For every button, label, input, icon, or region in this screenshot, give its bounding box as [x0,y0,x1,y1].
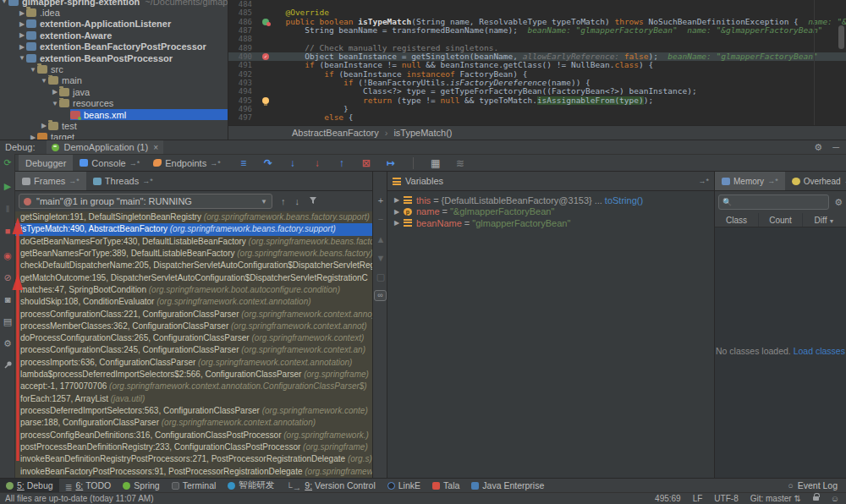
tab-frames[interactable]: Frames→* [15,172,86,190]
tree-item-resources[interactable]: ▼resources [0,98,228,109]
ide-status-face-icon[interactable]: ☺ [831,494,839,503]
close-icon[interactable]: × [153,143,158,152]
event-log-button[interactable]: ○ Event Log [788,480,846,490]
code-editor[interactable]: 484485 @Override486 public boolean isTyp… [228,0,846,125]
stack-frame[interactable]: processMemberClasses:362, ConfigurationC… [15,320,372,332]
chevron-down-icon[interactable]: ▼ [51,100,59,107]
show-execution-point-icon[interactable]: ≡ [238,157,250,169]
bulb-icon[interactable] [262,97,269,104]
tree-item-main[interactable]: ▼main [0,75,228,86]
chevron-right-icon[interactable]: ▶ [394,208,404,216]
line-number[interactable]: 487 [228,26,257,35]
view-breakpoints-icon[interactable]: ◉ [0,250,15,261]
chevron-down-icon[interactable]: ▼ [29,66,37,74]
pin-icon[interactable] [0,360,15,371]
editor-gutter[interactable] [257,96,276,105]
line-number[interactable]: 497 [228,113,257,122]
toolwindow-version-control[interactable]: └→9: Version Control [280,479,381,492]
variable-row-name[interactable]: ▶pname="&glmapperFactoryBean" [387,206,714,218]
move-up-icon[interactable]: ▲ [373,234,388,244]
line-number[interactable]: 493 [228,79,257,87]
editor-gutter[interactable] [257,8,276,17]
resume-icon[interactable]: ▶ [0,181,15,192]
editor-gutter[interactable] [257,70,276,79]
toolwindow-spring[interactable]: Spring [117,479,165,492]
editor-scrollbar[interactable] [838,25,844,49]
stack-frames-list[interactable]: getSingleton:191, DefaultSingletonBeanRe… [15,211,372,478]
chevron-down-icon[interactable]: ▼ [40,77,48,85]
tree-item-test[interactable]: ▶test [0,120,228,131]
tab-memory[interactable]: Memory→* [715,172,785,190]
stack-frame[interactable]: postProcessBeanDefinitionRegistry:233, C… [15,441,372,453]
filter-funnel-icon[interactable] [309,196,317,206]
file-encoding[interactable]: UTF-8 [714,494,738,503]
editor-gutter[interactable] [257,61,276,69]
column-header-diff[interactable]: Diff▼ [803,213,846,227]
bp-check-icon[interactable]: ✓ [262,53,269,60]
toolwindow-java-enterprise[interactable]: Java Enterprise [465,479,550,492]
tree-item--idea[interactable]: ▶.idea [0,7,228,18]
step-into-icon[interactable]: ↓ [287,157,299,169]
stack-frame[interactable]: forEach:1257, ArrayList (java.util) [15,393,372,405]
editor-gutter[interactable] [257,0,276,8]
stack-frame[interactable]: processImports:636, ConfigurationClassPa… [15,357,372,369]
stack-frame[interactable]: getBeanNamesForType:389, DefaultListable… [15,248,372,260]
tree-item-extention-aware[interactable]: ▶extention-Aware [0,30,228,41]
toolwindow-智能研发[interactable]: 智能研发 [222,479,280,492]
tree-item-extention-beanpostprocessor[interactable]: ▼extention-BeanPostProcessor [0,52,228,63]
run-config-tab[interactable]: DemoApplication (1) × [47,140,163,154]
chevron-right-icon[interactable]: ▶ [51,88,59,96]
method-bp-icon[interactable] [262,19,269,25]
hide-toolwindow-icon[interactable]: ─ [832,142,839,153]
tree-item-extention-applicationlistener[interactable]: ▶extention-ApplicationListener [0,19,228,30]
stack-frame[interactable]: accept:-1, 1770070706 (org.springframewo… [15,381,372,392]
column-header-count[interactable]: Count [759,213,803,227]
line-number[interactable]: 485 [228,8,257,17]
pause-icon[interactable]: ‖ [0,204,15,214]
force-step-into-icon[interactable]: ↓ [311,157,323,169]
line-number[interactable]: 496 [228,105,257,113]
column-header-class[interactable]: Class [715,213,759,227]
stack-frame[interactable]: checkDefaultDispatcherName:205, Dispatch… [15,260,372,271]
stack-frame[interactable]: processConfigBeanDefinitions:316, Config… [15,430,372,441]
stack-frame[interactable]: matches:47, SpringBootCondition (org.spr… [15,284,372,296]
git-branch[interactable]: Git: master ⇅ [750,494,801,503]
chevron-right-icon[interactable]: ▶ [18,31,26,39]
run-to-cursor-icon[interactable]: ↦ [385,157,397,169]
tostring-link[interactable]: toString() [605,195,643,205]
tree-item-java[interactable]: ▶java [0,86,228,97]
line-number[interactable]: 488 [228,35,257,43]
line-number[interactable]: 492 [228,70,257,79]
tab-console[interactable]: Console→* [73,155,146,171]
step-over-icon[interactable]: ↷ [262,157,274,169]
editor-gutter[interactable] [257,35,276,43]
chevron-down-icon[interactable]: ▼ [0,0,8,5]
stack-frame[interactable]: invokeBeanDefinitionRegistryPostProcesso… [15,453,372,465]
chevron-down-icon[interactable]: ▼ [18,54,26,62]
editor-gutter[interactable] [257,105,276,113]
line-number[interactable]: 486 [228,18,257,26]
variables-list[interactable]: ▶this={DefaultListableBeanFactory@3153}.… [387,191,714,478]
threads-view-icon[interactable]: ▤ [0,316,15,327]
thread-dropdown[interactable]: "main"@1 in group "main": RUNNING ▼ [19,194,272,209]
tree-item-beans-xml[interactable]: beans.xml [0,109,228,120]
variable-row-this[interactable]: ▶this={DefaultListableBeanFactory@3153}.… [387,194,714,206]
breadcrumb-class[interactable]: AbstractBeanFactory [292,128,379,138]
stop-icon[interactable]: ■ [0,226,15,236]
line-number[interactable]: 495 [228,96,257,105]
line-number[interactable]: 484 [228,0,257,8]
settings-gear-icon[interactable]: ⚙ [814,142,822,153]
editor-gutter[interactable] [257,44,276,52]
chevron-right-icon[interactable]: ▶ [394,219,404,227]
editor-gutter[interactable] [257,113,276,122]
project-root[interactable]: ▼ glmapper-spring-extention ~/Documents/… [0,0,228,7]
stack-frame[interactable]: invokeBeanFactoryPostProcessors:91, Post… [15,466,372,478]
lock-icon[interactable] [813,496,819,501]
project-tree[interactable]: ▼ glmapper-spring-extention ~/Documents/… [0,0,228,140]
stack-frame[interactable]: doGetBeanNamesForType:430, DefaultListab… [15,236,372,248]
stack-frame[interactable]: processConfigurationClass:221, Configura… [15,309,372,320]
mute-breakpoints-icon[interactable]: ⊘ [0,272,15,283]
toolwindow-debug[interactable]: 5: Debug [0,479,59,492]
trace-stream-icon[interactable]: ≋ [454,157,466,169]
tree-item-extention-beanfactorypostprocessor[interactable]: ▶extention-BeanFactoryPostProcessor [0,41,228,52]
